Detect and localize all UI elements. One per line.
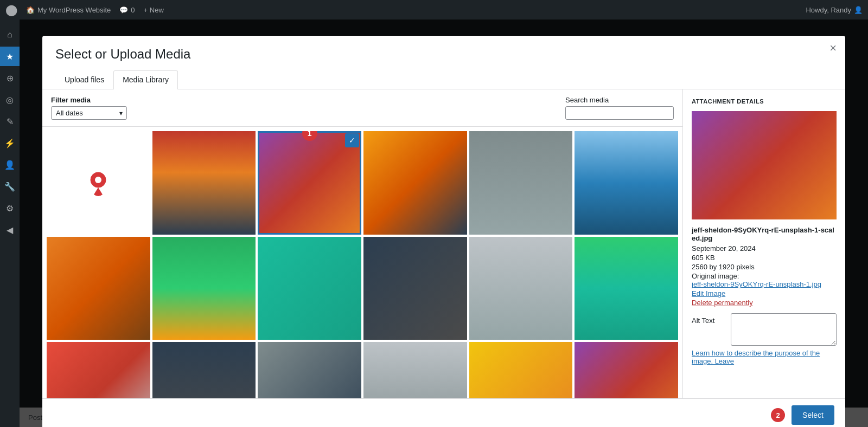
sidebar-icon-plugins[interactable]: ⚡ xyxy=(0,133,20,153)
attachment-original-link[interactable]: jeff-sheldon-9SyOKYrq-rE-unsplash-1.jpg xyxy=(692,280,837,288)
sidebar-icon-comments[interactable]: ◎ xyxy=(0,90,20,109)
wp-sidebar: ⌂ ★ ⊕ ◎ ✎ ⚡ 👤 🔧 ⚙ ◀ xyxy=(0,20,20,427)
sidebar-icon-appearance[interactable]: ✎ xyxy=(0,112,20,131)
search-label: Search media xyxy=(565,96,674,104)
modal-footer: 2 Select xyxy=(42,398,845,427)
filter-select-wrapper: All dates ▾ xyxy=(51,106,127,120)
media-area: Filter media All dates ▾ Search media xyxy=(42,89,682,398)
sidebar-icon-media[interactable]: ★ xyxy=(0,47,20,66)
media-item[interactable] xyxy=(575,342,678,398)
media-item[interactable] xyxy=(47,131,150,235)
media-item[interactable] xyxy=(258,342,361,398)
filter-label: Filter media xyxy=(51,96,127,104)
media-item[interactable] xyxy=(152,131,256,235)
media-item[interactable] xyxy=(575,237,678,340)
tab-media-library[interactable]: Media Library xyxy=(113,70,178,89)
media-item[interactable] xyxy=(152,342,256,398)
modal-title: Select or Upload Media xyxy=(55,47,832,62)
attachment-filesize: 605 KB xyxy=(692,254,837,262)
user-greeting: Howdy, Randy 👤 xyxy=(806,6,863,14)
svg-point-1 xyxy=(95,177,101,183)
attachment-original-label: Original image: jeff-sheldon-9SyOKYrq-rE… xyxy=(692,272,837,288)
sidebar-icon-users[interactable]: 👤 xyxy=(0,155,20,174)
check-badge: ✓ xyxy=(345,133,359,147)
media-item[interactable] xyxy=(469,342,573,398)
alt-text-section: Alt Text xyxy=(692,313,837,346)
media-modal: Select or Upload Media × Upload files Me… xyxy=(42,36,845,427)
media-item[interactable] xyxy=(363,342,467,398)
attachment-details-panel: ATTACHMENT DETAILS jeff-sheldon-9SyOKYrq… xyxy=(682,89,845,398)
attachment-date: September 20, 2024 xyxy=(692,244,837,253)
media-item[interactable] xyxy=(575,131,678,235)
select-button[interactable]: Select xyxy=(792,405,834,425)
media-item[interactable] xyxy=(469,237,573,340)
site-name[interactable]: 🏠 My WordPress Website xyxy=(26,6,111,14)
step-badge-2: 2 xyxy=(771,408,785,422)
new-item[interactable]: + New xyxy=(144,6,164,14)
media-item[interactable] xyxy=(363,131,467,235)
edit-image-link[interactable]: Edit Image xyxy=(692,289,837,297)
alt-text-input[interactable] xyxy=(731,313,837,346)
comments-item[interactable]: 💬 0 xyxy=(119,6,135,14)
sidebar-icon-pages[interactable]: ⊕ xyxy=(0,68,20,88)
media-item[interactable] xyxy=(363,237,467,340)
media-grid: 1 ✓ xyxy=(47,131,678,398)
media-item-selected[interactable]: 1 ✓ xyxy=(258,131,361,235)
admin-bar: ⬤ 🏠 My WordPress Website 💬 0 + New Howdy… xyxy=(0,0,868,20)
attachment-details-heading: ATTACHMENT DETAILS xyxy=(692,98,837,105)
attachment-filename: jeff-sheldon-9SyOKYrq-rE-unsplash-1-scal… xyxy=(692,226,837,242)
filter-date-select[interactable]: All dates xyxy=(51,106,127,120)
sidebar-icon-settings[interactable]: ⚙ xyxy=(0,198,20,218)
learn-alt-text-link[interactable]: Learn how to describe the purpose of the… xyxy=(692,349,837,365)
attachment-dimensions: 2560 by 1920 pixels xyxy=(692,263,837,271)
attachment-thumbnail xyxy=(692,111,837,219)
modal-close-button[interactable]: × xyxy=(829,42,837,54)
media-toolbar: Filter media All dates ▾ Search media xyxy=(42,89,682,127)
modal-header: Select or Upload Media × Upload files Me… xyxy=(42,36,845,89)
sidebar-icon-collapse[interactable]: ◀ xyxy=(0,220,20,240)
alt-text-label: Alt Text xyxy=(692,313,724,325)
media-item[interactable] xyxy=(47,342,150,398)
modal-body: Filter media All dates ▾ Search media xyxy=(42,89,845,398)
media-item[interactable] xyxy=(258,237,361,340)
modal-tabs: Upload files Media Library xyxy=(55,70,832,89)
media-item[interactable] xyxy=(469,131,573,235)
sidebar-icon-dashboard[interactable]: ⌂ xyxy=(0,25,20,44)
media-item[interactable] xyxy=(47,237,150,340)
modal-overlay: Select or Upload Media × Upload files Me… xyxy=(20,20,868,427)
media-grid-container[interactable]: 1 ✓ xyxy=(42,127,682,398)
filter-group: Filter media All dates ▾ xyxy=(51,96,127,120)
sidebar-icon-tools[interactable]: 🔧 xyxy=(0,177,20,196)
search-group: Search media xyxy=(565,96,674,120)
tab-upload-files[interactable]: Upload files xyxy=(55,70,113,89)
search-input[interactable] xyxy=(565,106,674,120)
media-item[interactable] xyxy=(152,237,256,340)
wp-logo-icon: ⬤ xyxy=(5,3,17,16)
delete-permanently-link[interactable]: Delete permanently xyxy=(692,299,837,307)
